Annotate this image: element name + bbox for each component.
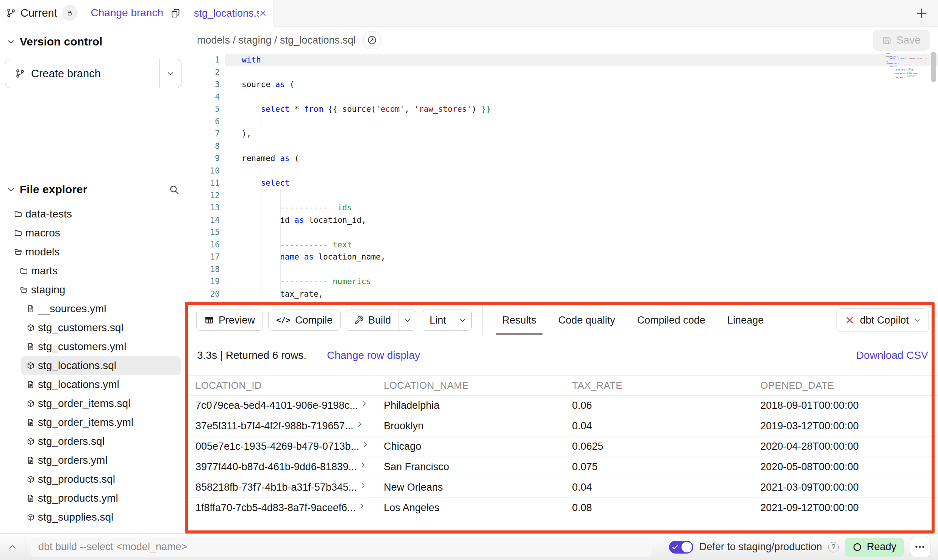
create-branch-button[interactable]: Create branch — [5, 59, 181, 88]
preview-button[interactable]: Preview — [196, 310, 263, 331]
table-cell: 0.08 — [564, 502, 752, 514]
file-tree-item[interactable]: stg_order_items.sql — [0, 394, 187, 413]
chevron-down-icon — [7, 38, 15, 46]
code-line: 8 — [187, 140, 938, 153]
code-editor[interactable]: 1with23source as (45 select * from {{ so… — [187, 54, 938, 305]
file-tree-item-label: macros — [25, 227, 60, 239]
table-row[interactable]: 3977f440-b87d-461b-9dd6-81839...San Fran… — [187, 457, 938, 477]
line-number: 7 — [187, 128, 225, 140]
command-bar-divider — [25, 534, 25, 560]
lint-button[interactable]: Lint — [422, 310, 472, 331]
panel-tab-compiled-code[interactable]: Compiled code — [637, 305, 705, 335]
file-tree-item[interactable]: stg_customers.yml — [0, 337, 187, 356]
expand-cell-icon[interactable] — [359, 503, 365, 509]
file-tree-item[interactable]: stg_locations.sql — [21, 356, 181, 375]
file-tree-item[interactable]: stg_products.sql — [0, 470, 187, 489]
expand-cell-icon[interactable] — [361, 400, 367, 407]
editor-scrollbar[interactable] — [931, 52, 936, 82]
line-number: 18 — [187, 263, 225, 276]
expand-cell-icon[interactable] — [362, 441, 369, 448]
table-row[interactable]: 005e7e1c-1935-4269-b479-0713b...Chicago0… — [187, 436, 938, 457]
git-branch-icon — [15, 69, 25, 78]
close-icon[interactable] — [259, 9, 267, 17]
expand-cell-icon[interactable] — [360, 462, 366, 468]
file-tree-item-label: models — [25, 246, 59, 258]
file-tree-item-label: stg_customers.yml — [38, 341, 126, 353]
more-options-button[interactable]: ••• — [910, 537, 930, 557]
lint-dropdown[interactable] — [454, 310, 471, 330]
build-dropdown[interactable] — [399, 310, 416, 330]
status-circle-icon — [852, 542, 862, 552]
save-button[interactable]: Save — [873, 30, 930, 51]
model-icon — [27, 437, 35, 446]
table-row[interactable]: 1f8ffa70-7cb5-4d83-8a7f-9aceef6...Los An… — [187, 498, 938, 518]
version-control-section-header[interactable]: Version control — [0, 33, 187, 50]
git-branch-icon — [6, 8, 16, 18]
table-cell: Philadelphia — [375, 400, 564, 411]
file-tree-item[interactable]: stg_order_items.yml — [0, 413, 187, 432]
build-button[interactable]: Build — [346, 310, 416, 331]
panel-tab-lineage[interactable]: Lineage — [727, 305, 764, 335]
table-row[interactable]: 37e5f311-b7f4-4f2f-988b-719657...Brookly… — [187, 416, 938, 436]
file-explorer-section-header[interactable]: File explorer — [0, 181, 187, 198]
file-tree-item[interactable]: stg_orders.sql — [0, 432, 187, 451]
defer-toggle[interactable] — [669, 541, 693, 554]
indent-guide — [280, 189, 281, 300]
file-tree-item[interactable]: stg_products.yml — [0, 489, 187, 508]
file-tree-item-label: staging — [31, 284, 65, 296]
search-icon[interactable] — [169, 184, 179, 195]
folder-icon — [14, 229, 22, 237]
file-tree-item[interactable]: stg_supplies.sql — [0, 508, 187, 527]
check-icon — [672, 544, 678, 551]
code-icon: </> — [276, 316, 291, 325]
line-number: 4 — [187, 91, 225, 103]
file-tree-item[interactable]: models — [0, 242, 187, 261]
compile-button[interactable]: </> Compile — [268, 310, 341, 331]
file-tree-item[interactable]: marts — [0, 261, 187, 280]
copy-icon[interactable] — [170, 8, 181, 18]
file-tree-item[interactable]: stg_customers.sql — [0, 318, 187, 337]
new-tab-button[interactable] — [915, 7, 928, 20]
change-branch-link[interactable]: Change branch — [91, 7, 163, 19]
panel-tab-code-quality[interactable]: Code quality — [558, 305, 615, 335]
table-row[interactable]: 7c079cea-5ed4-4101-906e-9198c...Philadel… — [187, 396, 938, 416]
create-branch-dropdown[interactable] — [159, 59, 181, 88]
file-tree-item[interactable]: stg_orders.yml — [0, 451, 187, 470]
file-tree-item-label: stg_orders.yml — [38, 454, 108, 466]
open-in-lineage-button[interactable] — [363, 31, 381, 49]
file-tree-item-label: stg_order_items.yml — [38, 416, 133, 429]
results-panel: Preview </> Compile Build — [187, 305, 938, 533]
create-branch-main[interactable]: Create branch — [5, 59, 159, 88]
command-input[interactable] — [31, 538, 652, 557]
table-cell: 0.06 — [564, 400, 752, 411]
code-line: 16 ---------- text — [187, 239, 938, 251]
table-cell: 2021-09-12T00:00:00 — [752, 502, 938, 514]
help-icon[interactable]: ? — [828, 542, 839, 552]
file-tree-item[interactable]: __sources.yml — [0, 299, 187, 318]
file-tree-item-label: marts — [31, 265, 58, 277]
change-row-display-link[interactable]: Change row display — [327, 349, 420, 361]
panel-tab-results[interactable]: Results — [502, 305, 536, 335]
table-cell: Brooklyn — [375, 420, 564, 432]
download-csv-link[interactable]: Download CSV — [856, 349, 928, 361]
expand-command-bar-button[interactable] — [0, 534, 25, 560]
doc-icon — [27, 456, 35, 465]
tab-stg-locations-sql[interactable]: stg_locations.sql — [187, 0, 274, 27]
lint-label: Lint — [430, 314, 446, 326]
table-cell: 0.075 — [564, 461, 752, 473]
expand-cell-icon[interactable] — [360, 482, 366, 489]
dbt-copilot-button[interactable]: dbt Copilot — [836, 308, 929, 332]
file-tree-item[interactable]: data-tests — [0, 205, 187, 224]
tab-label: stg_locations.sql — [194, 8, 259, 19]
table-cell: 2021-03-09T00:00:00 — [752, 482, 938, 493]
expand-cell-icon[interactable] — [356, 421, 363, 427]
table-row[interactable]: 858218fb-73f7-4b1b-a31f-57b345...New Orl… — [187, 477, 938, 498]
line-number: 11 — [187, 177, 225, 189]
file-tree-item[interactable]: staging — [0, 280, 187, 299]
line-number: 9 — [187, 152, 225, 165]
minimap[interactable]: withsource as ( select * from {{ source(… — [886, 53, 927, 87]
code-line: 1with — [187, 54, 938, 66]
file-tree-item[interactable]: stg_locations.yml — [0, 375, 187, 394]
file-tree-item[interactable]: macros — [0, 224, 187, 242]
save-icon — [882, 35, 892, 45]
